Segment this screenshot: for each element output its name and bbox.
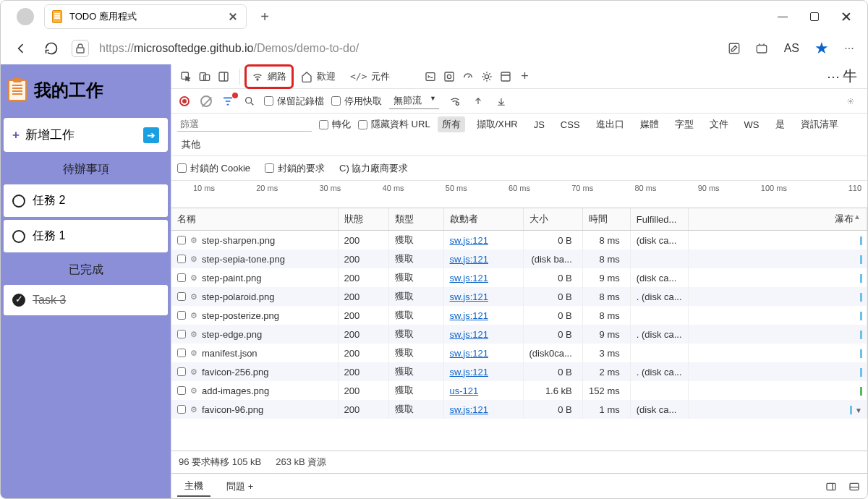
col-waterfall[interactable]: 瀑布▲ (688, 208, 867, 231)
drawer-console-tab[interactable]: 主機 (177, 477, 210, 497)
initiator-link[interactable]: sw.js:121 (450, 404, 488, 415)
filter-toggle-icon[interactable] (221, 94, 235, 108)
clear-button[interactable] (199, 94, 213, 108)
disable-cache-checkbox[interactable]: 停用快取 (331, 95, 382, 108)
row-checkbox[interactable] (177, 255, 186, 263)
edit-icon[interactable] (726, 40, 742, 56)
request-row[interactable]: ⚙step-sepia-tone.png200獲取sw.js:121(disk … (171, 250, 867, 268)
url-text[interactable]: https://microsoftedge.github.io/Demos/de… (99, 42, 716, 55)
site-info-button[interactable] (72, 40, 89, 57)
drawer-issues-tab[interactable]: 問題 + (219, 477, 260, 496)
kebab-icon[interactable]: ⋯ (827, 69, 840, 85)
device-icon[interactable] (197, 69, 212, 84)
radio-checked-icon[interactable] (12, 294, 25, 307)
memory-icon[interactable] (480, 69, 494, 84)
initiator-link[interactable]: sw.js:121 (450, 329, 488, 340)
preserve-log-checkbox[interactable]: 保留記錄檔 (264, 95, 324, 108)
application-icon[interactable] (498, 69, 513, 84)
profile-avatar[interactable] (17, 8, 34, 25)
drawer-collapse-icon[interactable] (847, 479, 861, 494)
minimize-icon[interactable] (778, 12, 788, 22)
settings-gear-icon[interactable] (847, 94, 861, 108)
filter-css[interactable]: CSS (556, 118, 584, 132)
col-initiator[interactable]: 啟動者 (443, 208, 523, 231)
new-tab-button[interactable]: + (254, 6, 276, 27)
tab-elements[interactable]: </> 元件 (344, 66, 396, 88)
col-name[interactable]: 名稱 (171, 208, 338, 231)
add-task-button[interactable]: + 新增工作 ➔ (4, 118, 168, 152)
tab-welcome[interactable]: 歡迎 (295, 66, 341, 88)
radio-icon[interactable] (12, 195, 25, 208)
filter-yes[interactable]: 是 (771, 116, 789, 132)
filter-font[interactable]: 字型 (671, 116, 698, 132)
filter-js[interactable]: JS (529, 118, 549, 132)
col-size[interactable]: 大小 (523, 208, 582, 231)
task-item[interactable]: 任務 2 (4, 184, 168, 217)
ox-icon[interactable]: 牛 (843, 67, 857, 86)
download-har-icon[interactable] (494, 94, 509, 108)
search-icon[interactable] (242, 94, 257, 108)
close-window-icon[interactable] (841, 12, 851, 22)
favorite-star-icon[interactable]: ★ (814, 40, 830, 56)
initiator-link[interactable]: sw.js:121 (450, 348, 488, 359)
profile-initials[interactable]: AS (781, 42, 802, 55)
maximize-icon[interactable] (809, 12, 820, 22)
request-row[interactable]: ⚙step-edge.png200獲取sw.js:1210 B9 ms. (di… (171, 325, 867, 344)
sources-icon[interactable] (442, 69, 456, 84)
filter-ws[interactable]: WS (740, 118, 764, 132)
throttling-select[interactable]: 無節流 (389, 93, 439, 109)
back-button[interactable] (11, 38, 31, 59)
request-row[interactable]: ⚙step-posterize.png200獲取sw.js:1210 B8 ms (171, 306, 867, 325)
col-time[interactable]: 時間 (582, 208, 630, 231)
record-button[interactable] (177, 94, 192, 108)
row-checkbox[interactable] (177, 330, 186, 338)
request-row[interactable]: ⚙manifest.json200獲取sw.js:121(disk0ca...3… (171, 344, 867, 362)
hide-data-urls-checkbox[interactable]: 隱藏資料 URL (358, 118, 430, 131)
initiator-link[interactable]: sw.js:121 (450, 273, 488, 283)
request-row[interactable]: ⚙step-polaroid.png200獲取sw.js:1210 B8 ms.… (171, 287, 867, 306)
blocked-cookies-checkbox[interactable]: 封鎖的 Cookie (177, 162, 250, 175)
more-menu-icon[interactable]: ··· (841, 40, 857, 56)
request-row[interactable]: ⚙favicon-256.png200獲取sw.js:1210 B2 ms. (… (171, 362, 867, 381)
inspect-icon[interactable] (179, 69, 193, 84)
row-checkbox[interactable] (177, 273, 186, 282)
row-checkbox[interactable] (177, 405, 186, 414)
blocked-requests-checkbox[interactable]: 封鎖的要求 (265, 162, 325, 175)
task-item[interactable]: 任務 1 (4, 220, 168, 252)
filter-doc[interactable]: 文件 (705, 116, 733, 132)
submit-arrow-icon[interactable]: ➔ (143, 127, 159, 143)
drawer-expand-icon[interactable] (824, 479, 838, 494)
app-icon[interactable] (754, 40, 770, 56)
filter-media[interactable]: 媒體 (636, 116, 663, 132)
browser-tab[interactable]: TODO 應用程式 (44, 4, 247, 29)
filter-all[interactable]: 所有 (438, 116, 465, 132)
col-type[interactable]: 類型 (388, 208, 443, 231)
console-icon[interactable] (423, 69, 438, 84)
upload-har-icon[interactable] (471, 94, 485, 108)
row-checkbox[interactable] (177, 386, 186, 395)
refresh-button[interactable] (41, 38, 61, 59)
row-checkbox[interactable] (177, 349, 186, 357)
invert-checkbox[interactable]: 轉化 (319, 118, 351, 131)
request-row[interactable]: ⚙favicon-96.png200獲取sw.js:1210 B1 ms(dis… (171, 400, 867, 419)
col-status[interactable]: 狀態 (338, 208, 388, 231)
row-checkbox[interactable] (177, 292, 186, 301)
wifi-settings-icon[interactable] (448, 94, 462, 108)
task-item-done[interactable]: Task 3 (4, 285, 168, 315)
filter-other[interactable]: 其他 (177, 137, 205, 153)
initiator-link[interactable]: sw.js:121 (450, 235, 488, 246)
initiator-link[interactable]: sw.js:121 (450, 310, 488, 321)
initiator-link[interactable]: sw.js:121 (450, 254, 488, 265)
filter-manifest[interactable]: 資訊清單 (796, 116, 843, 132)
tab-network[interactable]: 網路 (246, 66, 292, 88)
radio-icon[interactable] (12, 230, 25, 243)
row-checkbox[interactable] (177, 236, 186, 244)
request-row[interactable]: ⚙add-images.png200獲取us-1211.6 kB152 ms (171, 381, 867, 400)
row-checkbox[interactable] (177, 311, 186, 320)
dock-icon[interactable] (216, 69, 231, 84)
col-fulfilled[interactable]: Fulfilled... (630, 208, 688, 231)
request-row[interactable]: ⚙step-paint.png200獲取sw.js:1210 B9 ms(dis… (171, 268, 867, 287)
more-tabs-icon[interactable]: + (517, 69, 532, 84)
initiator-link[interactable]: sw.js:121 (450, 367, 488, 378)
row-checkbox[interactable] (177, 367, 186, 376)
